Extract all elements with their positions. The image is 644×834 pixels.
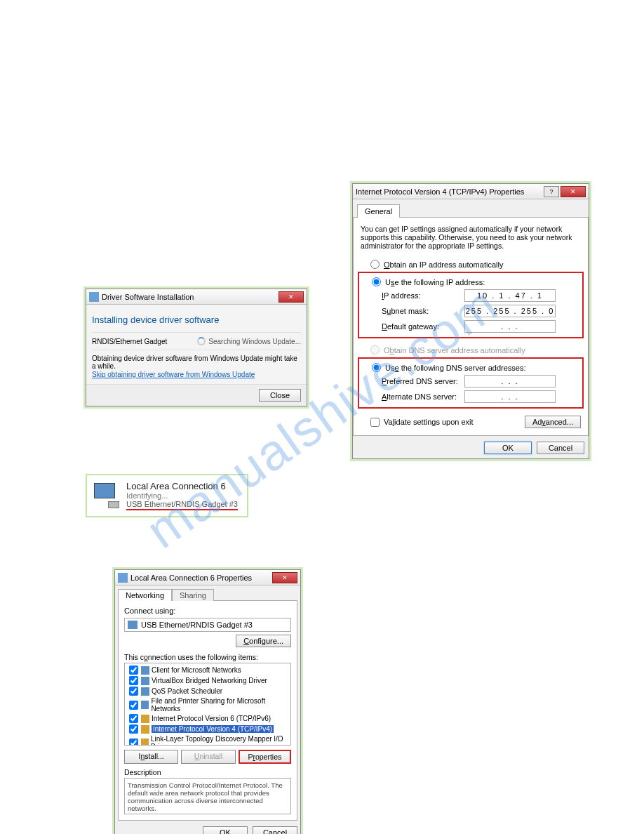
alternate-dns-input[interactable]: . . . [464, 390, 556, 403]
item-checkbox[interactable] [129, 666, 138, 675]
item-checkbox[interactable] [129, 739, 138, 746]
install-button[interactable]: Install... [124, 750, 178, 764]
item-checkbox[interactable] [129, 724, 138, 734]
tab-sharing[interactable]: Sharing [172, 589, 214, 601]
protocol-icon [141, 725, 149, 734]
adns-label: Alternate DNS server: [382, 392, 464, 401]
cancel-button[interactable]: Cancel [253, 826, 297, 834]
ok-button[interactable]: OK [484, 442, 532, 454]
uninstall-button: Uninstall [181, 750, 235, 764]
close-icon[interactable]: ✕ [279, 291, 304, 303]
dialog-icon [89, 292, 99, 302]
close-button[interactable]: Close [259, 389, 301, 402]
adapter-box: USB Ethernet/RNDIS Gadget #3 [124, 618, 291, 632]
dns-section-highlight: Use the following DNS server addresses: … [358, 357, 584, 409]
configure-button[interactable]: Configure... [236, 635, 291, 647]
dialog-icon [118, 573, 128, 583]
tab-networking[interactable]: Networking [118, 589, 172, 601]
preferred-dns-input[interactable]: . . . [464, 375, 556, 388]
list-item[interactable]: Internet Protocol Version 6 (TCP/IPv6) [126, 713, 289, 724]
item-checkbox[interactable] [129, 701, 138, 710]
ok-button[interactable]: OK [203, 826, 248, 834]
description-text: You can get IP settings assigned automat… [361, 225, 581, 250]
service-icon [141, 677, 149, 685]
close-icon[interactable]: ✕ [561, 186, 586, 197]
connect-using-label: Connect using: [124, 607, 291, 615]
skip-link[interactable]: Skip obtaining driver software from Wind… [92, 371, 255, 378]
gateway-label: Default gateway: [382, 322, 464, 331]
device-name: RNDIS/Ethernet Gadget [92, 338, 167, 345]
adapter-name: USB Ethernet/RNDIS Gadget #3 [141, 621, 253, 629]
description-text: Transmission Control Protocol/Internet P… [124, 778, 291, 814]
validate-checkbox[interactable] [370, 418, 380, 427]
item-checkbox[interactable] [129, 687, 138, 696]
close-icon[interactable]: ✕ [272, 572, 297, 583]
list-item[interactable]: VirtualBox Bridged Networking Driver [126, 675, 289, 686]
list-item[interactable]: File and Printer Sharing for Microsoft N… [126, 696, 289, 713]
dialog-title: Internet Protocol Version 4 (TCP/IPv4) P… [356, 187, 542, 196]
lac-properties-dialog: Local Area Connection 6 Properties ✕ Net… [114, 569, 301, 834]
radio-manual-ip-label: Use the following IP address: [385, 278, 485, 286]
validate-label: Validate settings upon exit [384, 418, 474, 426]
item-checkbox[interactable] [129, 714, 138, 723]
item-checkbox[interactable] [129, 676, 138, 685]
radio-manual-ip[interactable] [372, 277, 381, 286]
radio-auto-dns-label: Obtain DNS server address automatically [384, 346, 525, 355]
ip-label: IP address: [382, 291, 464, 300]
radio-manual-dns-label: Use the following DNS server addresses: [385, 364, 526, 372]
tab-general[interactable]: General [357, 204, 400, 218]
search-status: Searching Windows Update... [197, 337, 301, 345]
items-list[interactable]: Client for Microsoft Networks VirtualBox… [124, 663, 291, 746]
service-icon [141, 687, 149, 696]
advanced-button[interactable]: Advanced... [525, 416, 581, 428]
ip-section-highlight: Use the following IP address: IP address… [358, 272, 584, 338]
radio-auto-ip-label: Obtain an IP address automatically [384, 260, 503, 269]
help-icon[interactable]: ? [544, 186, 559, 197]
connection-name: Local Area Connection 6 [126, 481, 238, 491]
description-label: Description [124, 768, 291, 776]
ipv4-properties-dialog: Internet Protocol Version 4 (TCP/IPv4) P… [352, 183, 589, 459]
adapter-icon [128, 621, 137, 629]
radio-auto-dns [370, 345, 380, 355]
protocol-icon [141, 715, 149, 723]
hint-text: Obtaining device driver software from Wi… [92, 355, 301, 370]
titlebar: Local Area Connection 6 Properties ✕ [115, 570, 300, 585]
ip-address-input[interactable]: 10 . 1 . 47 . 1 [464, 289, 556, 302]
list-item[interactable]: QoS Packet Scheduler [126, 686, 289, 696]
heading: Installing device driver software [92, 310, 301, 332]
pdns-label: Preferred DNS server: [382, 377, 464, 385]
connection-device: USB Ethernet/RNDIS Gadget #3 [126, 500, 238, 510]
connection-tile[interactable]: Local Area Connection 6 Identifying... U… [86, 474, 248, 517]
mask-label: Subnet mask: [382, 307, 464, 315]
subnet-mask-input[interactable]: 255 . 255 . 255 . 0 [464, 305, 556, 317]
connection-status: Identifying... [126, 491, 238, 500]
dialog-title: Local Area Connection 6 Properties [130, 574, 271, 582]
dialog-title: Driver Software Installation [102, 293, 277, 301]
titlebar: Internet Protocol Version 4 (TCP/IPv4) P… [353, 184, 589, 199]
list-item-selected[interactable]: Internet Protocol Version 4 (TCP/IPv4) [126, 724, 289, 734]
titlebar: Driver Software Installation ✕ [86, 289, 307, 305]
radio-manual-dns[interactable] [372, 363, 381, 372]
client-icon [141, 666, 149, 675]
driver-install-dialog: Driver Software Installation ✕ Installin… [86, 289, 307, 406]
list-item[interactable]: Link-Layer Topology Discovery Mapper I/O… [126, 734, 289, 746]
service-icon [141, 701, 149, 709]
network-adapter-icon [90, 482, 121, 510]
gateway-input[interactable]: . . . [464, 320, 556, 333]
cancel-button[interactable]: Cancel [537, 442, 584, 454]
radio-auto-ip[interactable] [370, 260, 380, 269]
properties-button[interactable]: Properties [239, 750, 291, 764]
list-item[interactable]: Client for Microsoft Networks [126, 665, 289, 675]
protocol-icon [141, 739, 149, 746]
items-label: This connection uses the following items… [124, 653, 291, 661]
spinner-icon [197, 337, 206, 345]
